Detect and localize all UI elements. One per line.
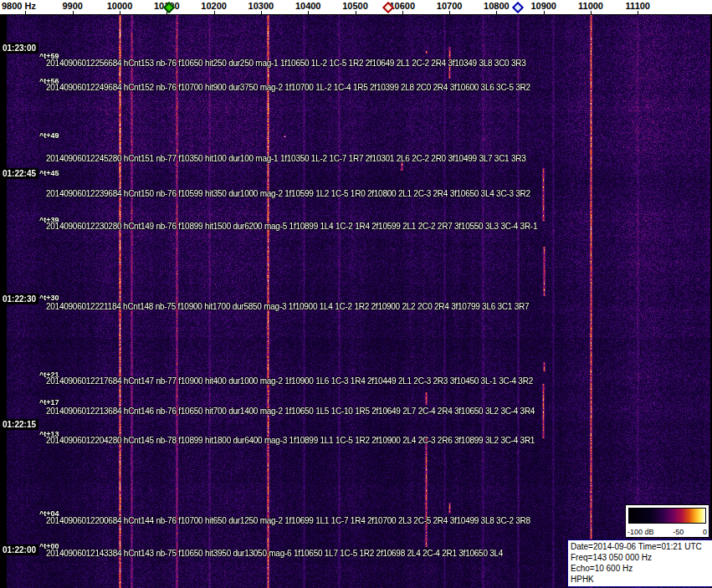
info-station-code: HPHK [571,574,709,585]
freq-tick-label: 10400 [295,1,321,11]
freq-tick-label: 9800 Hz [2,1,36,11]
freq-tick-mark [356,11,356,14]
freq-tick-label: 10900 [530,1,556,11]
freq-tick-mark [591,11,592,14]
freq-tick-mark [261,11,262,14]
info-frequency: Freq=143 050 000 Hz [571,552,709,563]
colorbar-mid-label: -50 [673,528,684,536]
freq-tick-mark [496,11,497,14]
colorbar-gradient [628,508,706,524]
freq-tick-label: 10200 [201,1,227,11]
freq-tick-mark [120,11,120,14]
freq-tick-label: 9900 [62,1,82,11]
freq-tick-mark [544,11,545,14]
freq-tick-label: 11000 [578,1,603,11]
frequency-scale: 9800 Hz990010000101001020010300104001050… [0,0,712,15]
colorbar-min-label: -100 dB [627,528,654,536]
colorbar-max-label: 0 [703,528,707,536]
freq-tick-label: 10800 [484,1,510,11]
freq-tick-label: 11100 [626,1,650,11]
freq-tick-mark [25,11,26,14]
freq-tick-label: 10500 [342,1,368,11]
freq-tick-mark [73,11,74,14]
freq-tick-mark [214,11,215,14]
freq-tick-mark [638,11,638,14]
blue-diamond-marker[interactable] [512,2,524,13]
colorbar-labels: -100 dB -50 0 [627,528,707,536]
freq-tick-mark [402,11,403,14]
freq-tick-mark [308,11,309,14]
spectrogram-app: 9800 Hz990010000101001020010300104001050… [0,0,712,588]
spectrogram-canvas[interactable] [0,15,712,588]
freq-tick-label: 10300 [248,1,274,11]
freq-tick-label: 10700 [437,1,463,11]
info-date-time: Date=2014-09-06 Time=01:21 UTC [571,541,709,552]
freq-tick-mark [449,11,450,14]
freq-tick-label: 10000 [107,1,133,11]
info-box: Date=2014-09-06 Time=01:21 UTC Freq=143 … [567,539,712,587]
colorbar-panel: -100 dB -50 0 [625,504,709,538]
info-echo: Echo=10 600 Hz [571,563,709,574]
freq-tick-label: 10600 [390,1,416,11]
